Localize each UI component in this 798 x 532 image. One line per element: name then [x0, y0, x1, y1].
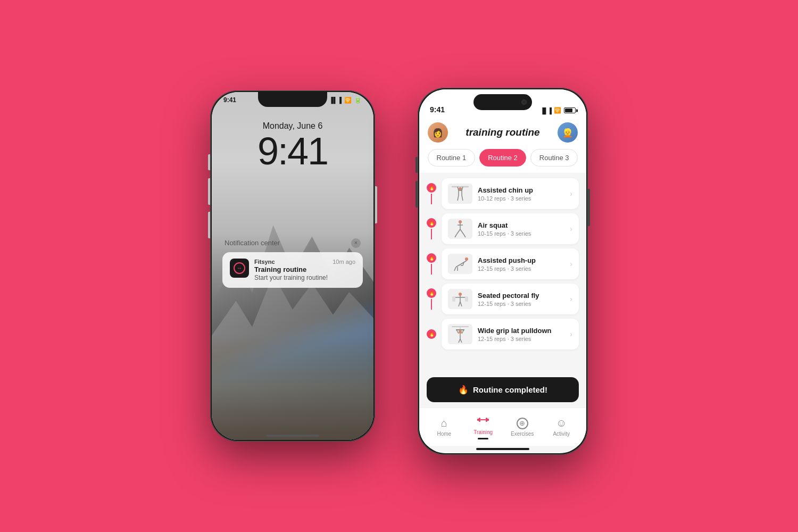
lock-status-time: 9:41 — [223, 96, 236, 104]
notification-body: Start your training routine! — [254, 274, 355, 281]
flame-icon-2: 🔥 — [429, 220, 435, 226]
close-icon: × — [354, 240, 358, 246]
svg-point-26 — [459, 293, 462, 296]
exercise-card-3[interactable]: Assisted push-up 12-15 reps · 3 series › — [442, 248, 579, 279]
tab-routine-1[interactable]: Routine 1 — [428, 149, 475, 167]
user-avatar-right[interactable]: 👱 — [558, 122, 578, 143]
tab-routine-2[interactable]: Routine 2 — [479, 149, 527, 167]
notification-card[interactable]: ↔ Fitsync 10m ago Training routine Start… — [222, 252, 363, 288]
phone-app-screen: 9:41 ▐▌▐ 🛜 👩 training routine 👱 Routine … — [418, 88, 588, 455]
exercise-list: 🔥 — [419, 173, 586, 372]
exercise-dot-col-2: 🔥 — [427, 218, 436, 239]
exercise-card-4[interactable]: Seated pectoral fly 12-15 reps · 3 serie… — [442, 284, 579, 314]
exercise-name-3: Assisted push-up — [478, 256, 564, 264]
side-button-vol-up — [208, 178, 210, 205]
notification-content: Fitsync 10m ago Training routine Start y… — [254, 259, 355, 281]
chevron-icon-2: › — [570, 225, 572, 233]
exercise-card-1[interactable]: Assisted chin up 10-12 reps · 3 series › — [442, 178, 579, 209]
app-status-time: 9:41 — [430, 105, 445, 114]
side-button-vol-down — [208, 212, 210, 238]
app-status-icons: ▐▌▐ 🛜 — [541, 107, 576, 114]
exercise-info-1: Assisted chin up 10-12 reps · 3 series — [478, 186, 564, 202]
pushup-illustration — [448, 254, 472, 274]
exercise-image-3 — [448, 254, 472, 274]
exercise-row-3: 🔥 — [427, 248, 579, 279]
app-header-title: training routine — [466, 127, 539, 138]
notification-center-title: Notification center — [225, 239, 280, 247]
notification-time: 10m ago — [332, 259, 355, 265]
svg-point-39 — [459, 330, 462, 334]
app-screen-inner: 9:41 ▐▌▐ 🛜 👩 training routine 👱 Routine … — [419, 89, 586, 453]
exercise-name-4: Seated pectoral fly — [478, 292, 564, 300]
svg-rect-33 — [452, 296, 455, 302]
chevron-icon-5: › — [570, 330, 572, 338]
completed-flame-icon: 🔥 — [458, 385, 469, 395]
exercise-image-5 — [448, 324, 472, 344]
notification-app-row: Fitsync 10m ago — [254, 259, 355, 265]
nav-label-exercises: Exercises — [511, 431, 534, 437]
fitsync-icon: ↔ — [234, 262, 245, 274]
wifi-icon: 🛜 — [344, 97, 352, 104]
exercise-line-4 — [431, 299, 432, 310]
user-avatar-left[interactable]: 👩 — [428, 122, 448, 143]
exercise-desc-3: 12-15 reps · 3 series — [478, 265, 564, 272]
lat-pulldown-illustration — [448, 324, 472, 344]
nav-active-indicator — [478, 438, 488, 439]
exercise-dot-4: 🔥 — [427, 288, 436, 298]
exercise-image-2 — [448, 219, 472, 239]
chin-up-illustration — [448, 184, 472, 204]
lock-status-bar: 9:41 ▐▌▐ 🛜 🔋 — [212, 96, 373, 104]
app-signal-icon: ▐▌▐ — [541, 107, 551, 114]
exercise-name-5: Wide grip lat pulldown — [478, 327, 564, 335]
app-wifi-icon: 🛜 — [554, 107, 561, 114]
svg-rect-34 — [465, 296, 468, 302]
lock-date-time: Monday, June 6 9:41 — [212, 121, 373, 170]
svg-rect-49 — [480, 419, 486, 420]
nav-item-exercises[interactable]: ⊕ Exercises — [503, 418, 542, 437]
svg-point-19 — [465, 257, 468, 261]
exercise-desc-1: 10-12 reps · 3 series — [478, 195, 564, 202]
tab-routine-3[interactable]: Routine 3 — [530, 149, 578, 167]
svg-rect-18 — [448, 254, 472, 274]
side-button-power — [375, 186, 377, 223]
svg-point-11 — [459, 220, 462, 223]
exercise-row-5: 🔥 — [427, 319, 579, 350]
front-camera — [521, 99, 527, 105]
exercise-dot-3: 🔥 — [427, 253, 436, 263]
nav-label-training: Training — [473, 429, 493, 435]
exercise-card-2[interactable]: Air squat 10-15 reps · 3 series › — [442, 213, 579, 244]
exercise-row-1: 🔥 — [427, 178, 579, 209]
flame-icon-3: 🔥 — [429, 255, 435, 261]
lock-home-indicator — [266, 435, 319, 437]
exercise-desc-5: 12-15 reps · 3 series — [478, 336, 564, 342]
nav-item-training[interactable]: Training — [464, 414, 503, 439]
routine-completed-label: Routine completed! — [473, 385, 547, 394]
exercise-card-5[interactable]: Wide grip lat pulldown 12-15 reps · 3 se… — [442, 319, 579, 350]
exercise-row-2: 🔥 — [427, 213, 579, 244]
nav-label-activity: Activity — [553, 431, 570, 437]
notification-close-button[interactable]: × — [351, 238, 361, 248]
exercise-dot-col-3: 🔥 — [427, 253, 436, 275]
notification-app-name: Fitsync — [254, 259, 275, 265]
chevron-icon-4: › — [570, 295, 572, 303]
flame-icon-5: 🔥 — [429, 331, 435, 337]
lock-screen-inner: 9:41 ▐▌▐ 🛜 🔋 Monday, June 6 9:41 Notific… — [212, 92, 373, 440]
nav-item-activity[interactable]: ☺ Activity — [542, 417, 581, 437]
activity-icon: ☺ — [556, 417, 567, 429]
exercise-dot-5: 🔥 — [427, 329, 436, 339]
signal-icon: ▐▌▐ — [329, 97, 342, 103]
side-button-mute — [208, 154, 210, 170]
routine-completed-button[interactable]: 🔥 Routine completed! — [427, 377, 579, 402]
exercise-dot-1: 🔥 — [427, 183, 436, 193]
exercise-line-2 — [431, 229, 432, 239]
nav-item-home[interactable]: ⌂ Home — [425, 417, 464, 437]
exercise-info-5: Wide grip lat pulldown 12-15 reps · 3 se… — [478, 327, 564, 342]
exercise-name-2: Air squat — [478, 221, 564, 229]
exercise-info-2: Air squat 10-15 reps · 3 series — [478, 221, 564, 237]
exercise-dot-2: 🔥 — [427, 218, 436, 228]
notification-app-icon: ↔ — [230, 259, 249, 278]
notification-title: Training routine — [254, 265, 355, 273]
lock-status-icons: ▐▌▐ 🛜 🔋 — [329, 97, 362, 104]
exercise-desc-4: 12-15 reps · 3 series — [478, 301, 564, 307]
training-icon — [477, 414, 489, 428]
